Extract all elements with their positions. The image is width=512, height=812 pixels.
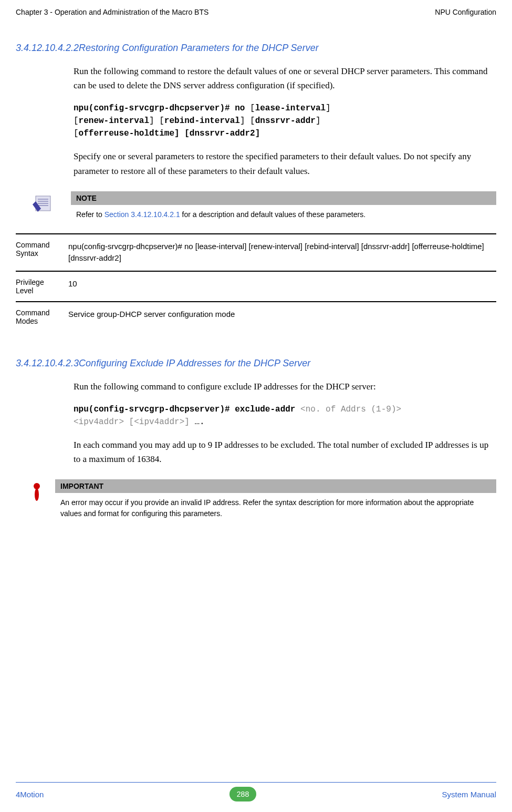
important-header: IMPORTANT <box>55 479 496 493</box>
paragraph: Run the following command to configure e… <box>74 379 496 394</box>
section-title: Configuring Exclude IP Addresses for the… <box>79 358 310 368</box>
section-link[interactable]: Section 3.4.12.10.4.2.1 <box>105 210 180 219</box>
code-param: renew-interval <box>79 116 149 126</box>
code-gray: <ipv4addr> [<ipv4addr>] <box>74 417 190 427</box>
footer-left: 4Motion <box>16 790 44 799</box>
important-block: IMPORTANT An error may occur if you prov… <box>32 479 496 519</box>
code-bold: npu(config-srvcgrp-dhcpserver)# exclude-… <box>74 405 295 414</box>
privilege-level-label: Privilege Level <box>16 278 68 295</box>
code-block: npu(config-srvcgrp-dhcpserver)# exclude-… <box>74 403 496 428</box>
privilege-level-value: 10 <box>68 278 496 295</box>
command-syntax-value: npu(config-srvcgrp-dhcpserver)# no [leas… <box>68 241 496 264</box>
page-content: Chapter 3 - Operation and Administration… <box>0 0 512 812</box>
command-modes-value: Service group-DHCP server configuration … <box>68 309 496 325</box>
table-row: Command Modes Service group-DHCP server … <box>16 301 496 332</box>
table-row: Privilege Level 10 <box>16 271 496 301</box>
code-prefix: npu(config-srvcgrp-dhcpserver)# no <box>74 104 245 113</box>
paragraph: Specify one or several parameters to res… <box>74 149 496 178</box>
header-right: NPU Configuration <box>435 8 496 16</box>
command-table: Command Syntax npu(config-srvcgrp-dhcpse… <box>16 233 496 332</box>
important-body: An error may occur if you provide an inv… <box>55 497 496 519</box>
code-suffix: …. <box>190 417 205 427</box>
footer-right: System Manual <box>442 790 496 799</box>
svg-point-6 <box>35 488 39 501</box>
note-header: NOTE <box>71 191 496 205</box>
note-content: NOTE Refer to Section 3.4.12.10.4.2.1 fo… <box>71 191 496 220</box>
code-param: offerreuse-holdtime] [dnssrvr-addr2] <box>79 129 260 138</box>
section-number: 3.4.12.10.4.2.2 <box>16 43 79 53</box>
command-syntax-label: Command Syntax <box>16 241 68 264</box>
code-param: lease-interval <box>255 104 326 113</box>
code-gray: <no. of Addrs (1-9)> <box>300 405 401 414</box>
table-row: Command Syntax npu(config-srvcgrp-dhcpse… <box>16 233 496 271</box>
paragraph: In each command you may add up to 9 IP a… <box>74 438 496 466</box>
important-icon <box>32 482 42 503</box>
note-text-suffix: for a description and default values of … <box>180 210 365 219</box>
note-body: Refer to Section 3.4.12.10.4.2.1 for a d… <box>71 209 496 220</box>
note-block: NOTE Refer to Section 3.4.12.10.4.2.1 fo… <box>32 191 496 220</box>
code-param: dnssrvr-addr <box>255 116 316 126</box>
page-number: 288 <box>229 787 256 801</box>
code-param: rebind-interval <box>164 116 240 126</box>
paragraph: Run the following command to restore the… <box>74 64 496 92</box>
command-modes-label: Command Modes <box>16 309 68 325</box>
important-content: IMPORTANT An error may occur if you prov… <box>55 479 496 519</box>
section-heading-1: 3.4.12.10.4.2.2Restoring Configuration P… <box>16 43 496 54</box>
section-title: Restoring Configuration Parameters for t… <box>79 43 319 53</box>
header-left: Chapter 3 - Operation and Administration… <box>16 8 208 16</box>
page-footer: 4Motion 288 System Manual <box>16 782 496 801</box>
code-block: npu(config-srvcgrp-dhcpserver)# no [leas… <box>74 102 496 140</box>
note-text-prefix: Refer to <box>76 210 105 219</box>
section-heading-2: 3.4.12.10.4.2.3Configuring Exclude IP Ad… <box>16 358 496 369</box>
page-header: Chapter 3 - Operation and Administration… <box>16 0 496 16</box>
section-number: 3.4.12.10.4.2.3 <box>16 358 79 368</box>
note-icon <box>32 194 53 212</box>
